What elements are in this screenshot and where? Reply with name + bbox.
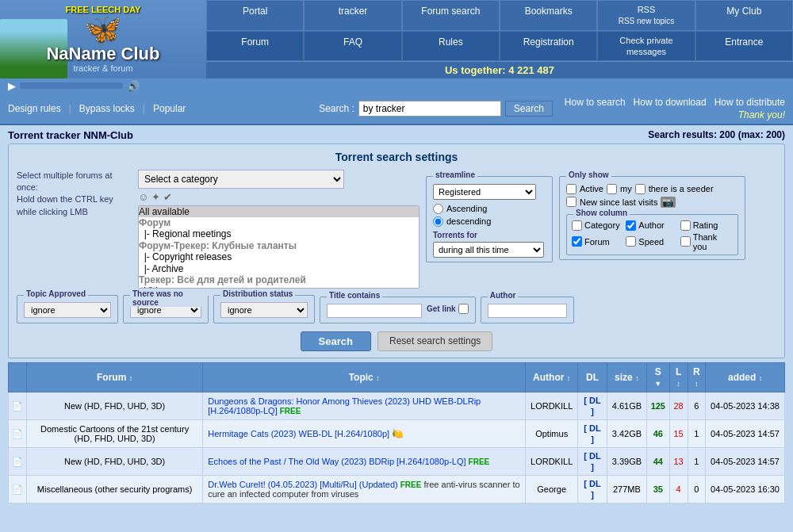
nav-tracker[interactable]: tracker [304,0,401,31]
nav-my-club[interactable]: My Club [695,0,793,31]
icon-star: ✦ [151,191,160,203]
design-rules-link[interactable]: Design rules [8,103,61,114]
th-r[interactable]: R ↕ [688,362,706,392]
l-cell: 4 [676,484,680,494]
title-contains-input[interactable] [327,304,422,318]
free-badge: FREE [400,480,422,489]
nav-portal[interactable]: Portal [206,0,304,31]
category-col-label: Category [584,220,620,230]
s-cell: 125 [651,401,665,411]
th-author[interactable]: Author ↕ [526,362,578,392]
free-badge: FREE [469,457,490,466]
r-cell: 1 [694,457,699,466]
added-cell: 04-05-2023 14:57 [711,457,780,466]
nav-bookmarks[interactable]: Bookmarks [500,0,597,31]
icon-camera: 📷 [661,197,676,208]
results-table: Forum ↕ Topic ↕ Author ↕ DL size ↕ S ▼ L… [8,362,785,503]
l-cell: 13 [673,457,683,466]
free-badge: FREE [280,407,301,415]
distribution-status-select[interactable]: ignoreactiveinactive [220,302,308,318]
how-to-search-link[interactable]: How to search [565,97,626,108]
volume-icon[interactable]: 🔊 [127,80,140,92]
bypass-locks-link[interactable]: Bypass locks [79,103,135,114]
nav-check-private[interactable]: Check private messages [597,31,695,61]
th-l[interactable]: L ↕ [669,362,688,392]
th-forum[interactable]: Forum ↕ [27,362,203,392]
search-input[interactable] [358,101,501,117]
forum-list[interactable]: All available Форум |- Regional meetings… [138,205,419,289]
my-checkbox[interactable] [607,184,617,194]
added-cell: 04-05-2023 14:57 [711,429,780,438]
reset-search-button[interactable]: Reset search settings [377,331,492,351]
r-cell: 1 [694,429,699,438]
play-button[interactable]: ▶ [8,80,16,92]
nav-rules[interactable]: Rules [402,31,500,61]
title-contains-title: Title contains [327,291,382,300]
nav-faq[interactable]: FAQ [304,31,401,61]
icon-check: ✔ [163,191,172,203]
nav-entrance[interactable]: Entrance [695,31,793,61]
progress-bar[interactable] [20,82,123,89]
search-settings-title: Torrent search settings [17,151,776,163]
topic-link[interactable]: Hermitage Cats (2023) WEB-DL [H.264/1080… [208,429,389,438]
tracker-title: Torrent tracker NNM-Club [8,129,133,141]
main-search-button[interactable]: Search [301,331,371,351]
get-link-checkbox[interactable] [458,304,469,314]
popular-link[interactable]: Popular [153,103,186,114]
th-topic[interactable]: Topic ↕ [203,362,526,392]
dl-link[interactable]: [ DL ] [584,423,600,444]
nav-registration[interactable]: Registration [500,31,597,61]
th-s[interactable]: S ▼ [647,362,670,392]
new-since-checkbox[interactable] [566,197,577,207]
descending-radio[interactable] [433,216,443,227]
search-results-count: Search results: 200 (max: 200) [648,129,785,140]
registered-select[interactable]: Registered All Guests [433,184,536,200]
th-size[interactable]: size ↕ [607,362,646,392]
torrents-for-select[interactable]: during all this time today this week [433,242,544,258]
dl-link[interactable]: [ DL ] [584,396,600,416]
category-col-checkbox[interactable] [572,220,582,231]
row-icon: 📄 [12,401,23,411]
seeder-label: there is a seeder [649,184,714,193]
author-col-label: Author [638,220,664,230]
forum-cell: Domestic Cartoons of the 21st century (H… [40,424,189,443]
added-cell: 04-05-2023 14:38 [711,401,780,411]
s-cell: 35 [653,484,663,494]
topic-approved-select[interactable]: ignoreyesno [24,302,111,318]
speed-col-checkbox[interactable] [626,236,636,247]
author-filter-input[interactable] [488,304,567,318]
thank-you-text: Thank you! [738,109,785,121]
dl-link[interactable]: [ DL ] [584,451,600,472]
dl-link[interactable]: [ DL ] [584,479,600,499]
nav-rss[interactable]: RSS RSS new topics [597,0,695,31]
th-dl: DL [578,362,607,392]
search-button[interactable]: Search [505,101,553,117]
search-label: Search : [319,103,354,114]
nav-forum[interactable]: Forum [206,31,304,61]
ascending-radio[interactable] [433,204,443,214]
ascending-label: Ascending [446,204,487,213]
th-added[interactable]: added ↕ [706,362,785,392]
table-row: 📄 Domestic Cartoons of the 21st century … [9,419,785,447]
icon-smiley: ☺ [138,191,148,203]
author-col-checkbox[interactable] [626,220,636,231]
topic-link[interactable]: Dungeons & Dragons: Honor Among Thieves … [208,396,481,415]
forum-col-checkbox[interactable] [572,236,582,247]
row-icon: 📄 [12,457,23,466]
topic-link[interactable]: Echoes of the Past / The Old Way (2023) … [208,457,465,466]
active-checkbox[interactable] [566,184,577,194]
category-select[interactable]: Select a category [138,170,344,189]
how-to-download-link[interactable]: How to download [634,97,707,108]
rating-col-checkbox[interactable] [680,220,691,231]
thankyou-col-checkbox[interactable] [680,236,691,247]
thankyou-col-label: Thank you [693,232,733,251]
nav-forum-search[interactable]: Forum search [402,0,500,31]
seeder-checkbox[interactable] [635,184,646,194]
select-hint: Select multiple forums at once:Hold down… [17,170,132,219]
forum-cell: New (HD, FHD, UHD, 3D) [64,457,165,466]
how-to-distribute-link[interactable]: How to distribute [714,97,785,108]
author-cell: Optimus [535,429,568,438]
topic-link[interactable]: Dr.Web CureIt! (04.05.2023) [Multi/Ru] (… [208,480,397,489]
rating-col-label: Rating [693,220,718,230]
new-since-label: New since last visits [580,197,657,207]
